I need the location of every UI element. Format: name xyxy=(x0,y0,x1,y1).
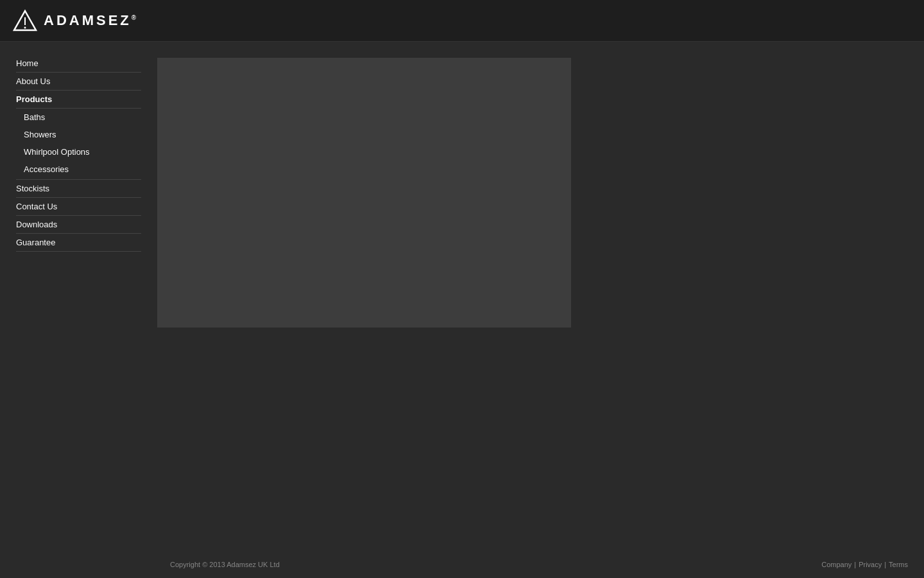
header: ADAMSEZ® xyxy=(0,0,924,42)
footer-link-terms[interactable]: Terms xyxy=(889,561,908,568)
sidebar-item-downloads[interactable]: Downloads xyxy=(16,216,141,234)
sidebar-item-products[interactable]: Products xyxy=(16,91,141,109)
sidebar-item-showers[interactable]: Showers xyxy=(16,126,141,143)
sidebar-item-about-us[interactable]: About Us xyxy=(16,73,141,91)
footer-links: Company | Privacy | Terms xyxy=(821,561,908,568)
sidebar-item-stockists[interactable]: Stockists xyxy=(16,180,141,198)
footer-link-company[interactable]: Company xyxy=(821,561,851,568)
sidebar-item-guarantee[interactable]: Guarantee xyxy=(16,234,141,252)
footer-separator-2: | xyxy=(884,561,886,568)
logo-icon xyxy=(13,8,37,33)
main-layout: Home About Us Products Baths Showers Whi… xyxy=(0,42,924,578)
footer-copyright: Copyright © 2013 Adamsez UK Ltd xyxy=(170,561,280,568)
footer: Copyright © 2013 Adamsez UK Ltd Company … xyxy=(154,551,924,578)
logo-text: ADAMSEZ® xyxy=(44,12,139,29)
sidebar: Home About Us Products Baths Showers Whi… xyxy=(0,42,144,578)
sidebar-item-home[interactable]: Home xyxy=(16,55,141,73)
sidebar-item-baths[interactable]: Baths xyxy=(16,109,141,126)
logo: ADAMSEZ® xyxy=(13,8,139,33)
sidebar-item-whirlpool-options[interactable]: Whirlpool Options xyxy=(16,143,141,161)
sidebar-item-contact-us[interactable]: Contact Us xyxy=(16,198,141,216)
svg-point-2 xyxy=(24,27,26,29)
footer-separator-1: | xyxy=(854,561,856,568)
sidebar-item-accessories[interactable]: Accessories xyxy=(16,161,141,180)
content-area xyxy=(144,42,924,578)
content-box xyxy=(157,58,571,328)
footer-link-privacy[interactable]: Privacy xyxy=(859,561,882,568)
